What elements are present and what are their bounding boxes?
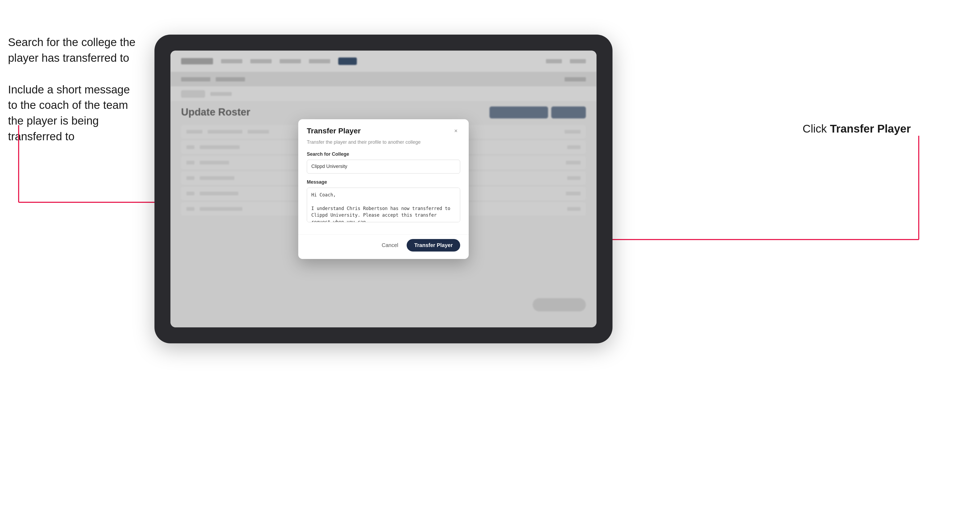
- annotation-right: Click Transfer Player: [803, 122, 911, 135]
- modal-body: Transfer the player and their profile to…: [298, 140, 469, 235]
- message-label: Message: [307, 179, 460, 185]
- annotation-text-2: Include a short message to the coach of …: [8, 82, 141, 144]
- search-college-group: Search for College: [307, 151, 460, 173]
- annotation-right-prefix: Click: [803, 122, 830, 135]
- close-button[interactable]: ×: [452, 127, 460, 135]
- transfer-player-modal: Transfer Player × Transfer the player an…: [298, 119, 469, 259]
- transfer-player-button[interactable]: Transfer Player: [407, 239, 460, 252]
- modal-title: Transfer Player: [307, 127, 361, 135]
- cancel-button[interactable]: Cancel: [377, 240, 402, 251]
- annotation-left: Search for the college the player has tr…: [8, 35, 141, 160]
- message-group: Message: [307, 179, 460, 223]
- tablet-screen: Update Roster: [170, 51, 597, 327]
- message-textarea[interactable]: [307, 187, 460, 222]
- modal-overlay: Transfer Player × Transfer the player an…: [170, 51, 597, 327]
- tablet-device: Update Roster: [154, 35, 612, 343]
- search-college-label: Search for College: [307, 151, 460, 157]
- annotation-text-1: Search for the college the player has tr…: [8, 35, 141, 66]
- modal-subtitle: Transfer the player and their profile to…: [307, 140, 460, 145]
- modal-footer: Cancel Transfer Player: [298, 235, 469, 259]
- search-college-input[interactable]: [307, 160, 460, 173]
- modal-header: Transfer Player ×: [298, 119, 469, 140]
- annotation-right-bold: Transfer Player: [830, 122, 911, 135]
- close-icon: ×: [454, 127, 458, 135]
